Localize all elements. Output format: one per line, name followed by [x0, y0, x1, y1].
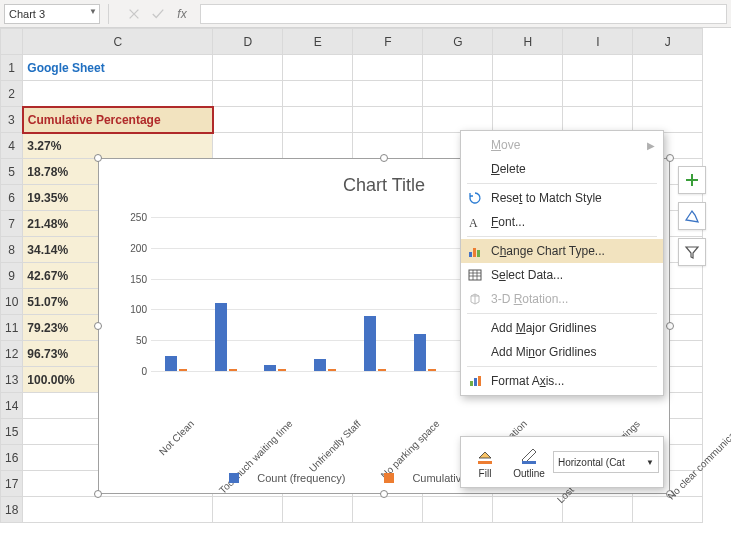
divider [108, 4, 116, 24]
resize-handle[interactable] [94, 322, 102, 330]
row-header[interactable]: 17 [1, 471, 23, 497]
check-icon [148, 4, 168, 24]
name-box-value: Chart 3 [9, 8, 45, 20]
menu-item-format-axis[interactable]: Format Axis... [461, 369, 663, 393]
row-header[interactable]: 7 [1, 211, 23, 237]
chart-styles-button[interactable] [678, 202, 706, 230]
formula-input[interactable] [200, 4, 727, 24]
resize-handle[interactable] [94, 490, 102, 498]
font-icon: A [467, 214, 483, 230]
mini-toolbar: Fill Outline Horizontal (Cat ▼ [460, 436, 664, 488]
legend-label: Count (frequency) [257, 472, 345, 484]
row-header[interactable]: 4 [1, 133, 23, 159]
chevron-down-icon: ▼ [646, 458, 654, 467]
col-header[interactable]: E [283, 29, 353, 55]
svg-rect-5 [470, 381, 473, 386]
col-header[interactable]: I [563, 29, 633, 55]
outline-label: Outline [513, 468, 545, 479]
resize-handle[interactable] [94, 154, 102, 162]
reset-icon [467, 190, 483, 206]
chevron-down-icon[interactable]: ▼ [89, 7, 97, 16]
chart-element-selector[interactable]: Horizontal (Cat ▼ [553, 451, 659, 473]
menu-item-select-data[interactable]: Select Data... [461, 263, 663, 287]
row-header[interactable]: 14 [1, 393, 23, 419]
menu-item-d-rotation: 3-D Rotation... [461, 287, 663, 311]
row-header[interactable]: 12 [1, 341, 23, 367]
legend-swatch-icon [384, 473, 394, 483]
col-header[interactable]: G [423, 29, 493, 55]
menu-item-delete[interactable]: Delete [461, 157, 663, 181]
svg-rect-3 [477, 250, 480, 257]
svg-text:A: A [469, 216, 478, 229]
svg-rect-7 [478, 376, 481, 386]
chart-filter-button[interactable] [678, 238, 706, 266]
row-header[interactable]: 15 [1, 419, 23, 445]
resize-handle[interactable] [666, 154, 674, 162]
menu-item-move: Move▶ [461, 133, 663, 157]
fill-label: Fill [479, 468, 492, 479]
col-header[interactable]: F [353, 29, 423, 55]
row-header[interactable]: 13 [1, 367, 23, 393]
fx-label[interactable]: fx [172, 4, 192, 24]
cell-header[interactable]: Cumulative Percentage [23, 107, 213, 133]
row-header[interactable]: 8 [1, 237, 23, 263]
menu-item-add-minor-gridlines[interactable]: Add Minor Gridlines [461, 340, 663, 364]
row-header[interactable]: 16 [1, 445, 23, 471]
legend-swatch-icon [229, 473, 239, 483]
menu-item-change-chart-type[interactable]: Change Chart Type... [461, 239, 663, 263]
col-header[interactable]: C [23, 29, 213, 55]
name-box[interactable]: Chart 3 ▼ [4, 4, 100, 24]
cell[interactable]: 3.27% [23, 133, 213, 159]
chart-icon [467, 243, 483, 259]
menu-item-reset-to-match-style[interactable]: Reset to Match Style [461, 186, 663, 210]
menu-item-add-major-gridlines[interactable]: Add Major Gridlines [461, 316, 663, 340]
fill-button[interactable]: Fill [465, 446, 505, 479]
y-axis: 050100150200250 [123, 217, 151, 371]
cell[interactable]: Google Sheet [23, 55, 213, 81]
row-header[interactable]: 10 [1, 289, 23, 315]
row-header[interactable]: 5 [1, 159, 23, 185]
selector-value: Horizontal (Cat [558, 457, 625, 468]
row-header[interactable]: 3 [1, 107, 23, 133]
row-header[interactable]: 6 [1, 185, 23, 211]
cancel-icon [124, 4, 144, 24]
svg-rect-9 [522, 461, 536, 464]
chart-side-buttons [678, 166, 706, 266]
outline-button[interactable]: Outline [509, 446, 549, 479]
cube-icon [467, 291, 483, 307]
select-all[interactable] [1, 29, 23, 55]
svg-rect-1 [469, 252, 472, 257]
formula-bar: Chart 3 ▼ fx [0, 0, 731, 28]
resize-handle[interactable] [380, 154, 388, 162]
col-header[interactable]: J [633, 29, 703, 55]
context-menu: Move▶DeleteReset to Match StyleAFont...C… [460, 130, 664, 396]
table-icon [467, 267, 483, 283]
svg-rect-2 [473, 248, 476, 257]
svg-rect-4 [469, 270, 481, 280]
row-header[interactable]: 1 [1, 55, 23, 81]
menu-item-font[interactable]: AFont... [461, 210, 663, 234]
chart-elements-button[interactable] [678, 166, 706, 194]
svg-rect-8 [478, 461, 492, 464]
format-icon [467, 373, 483, 389]
row-header[interactable]: 11 [1, 315, 23, 341]
resize-handle[interactable] [666, 322, 674, 330]
col-header[interactable]: D [213, 29, 283, 55]
row-header[interactable]: 9 [1, 263, 23, 289]
col-header[interactable]: H [493, 29, 563, 55]
row-header[interactable]: 2 [1, 81, 23, 107]
row-header[interactable]: 18 [1, 497, 23, 523]
svg-rect-6 [474, 378, 477, 386]
